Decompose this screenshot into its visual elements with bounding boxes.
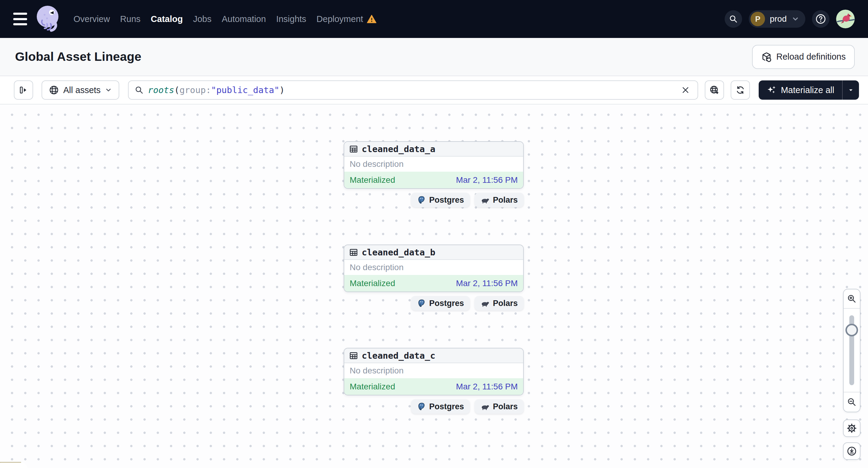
query-token: group <box>180 85 206 95</box>
kind-tag-label: Postgres <box>429 402 464 411</box>
hamburger-icon[interactable] <box>13 13 27 25</box>
clear-query-button[interactable] <box>679 84 691 96</box>
lineage-toolbar: All assets roots(group:"public_data") <box>0 76 868 104</box>
deployment-switcher[interactable]: P prod <box>749 10 805 28</box>
chevron-down-icon <box>792 15 799 23</box>
asset-node: cleaned_data_b No description Materializ… <box>344 245 524 311</box>
status-badge: Materialized <box>350 382 395 392</box>
nav-item-jobs[interactable]: Jobs <box>193 14 211 24</box>
zoom-widget <box>843 289 861 412</box>
query-token: ( <box>174 85 179 95</box>
query-token: : <box>206 85 211 95</box>
query-token: "public_data" <box>211 85 279 95</box>
deployment-avatar: P <box>750 12 765 26</box>
asset-node-header: cleaned_data_c <box>344 348 523 363</box>
table-icon <box>349 351 358 360</box>
asset-node-card[interactable]: cleaned_data_c No description Materializ… <box>344 348 524 396</box>
asset-node-card[interactable]: cleaned_data_b No description Materializ… <box>344 245 524 292</box>
materialize-all-button[interactable]: Materialize all <box>759 81 842 100</box>
caret-down-icon <box>847 87 854 93</box>
polars-icon <box>481 196 490 204</box>
open-sidebar-button[interactable] <box>14 81 33 100</box>
asset-description: No description <box>344 363 523 378</box>
minimap[interactable] <box>0 462 21 468</box>
zoom-in-icon <box>847 294 857 304</box>
kind-tag[interactable]: Polars <box>475 296 524 311</box>
materialize-all-split-button: Materialize all <box>759 81 859 100</box>
materialization-timestamp[interactable]: Mar 2, 11:56 PM <box>456 175 518 185</box>
status-badge: Materialized <box>350 175 395 185</box>
materialization-timestamp[interactable]: Mar 2, 11:56 PM <box>456 382 518 392</box>
lineage-graph-canvas[interactable]: cleaned_data_a No description Materializ… <box>0 104 868 468</box>
view-full-graph-button[interactable] <box>705 81 724 100</box>
nav-item-overview[interactable]: Overview <box>73 14 110 24</box>
table-icon <box>349 248 358 257</box>
graph-settings-button[interactable] <box>843 419 861 437</box>
asset-scope-dropdown[interactable]: All assets <box>41 81 119 100</box>
asset-description: No description <box>344 157 523 171</box>
nav-item-catalog[interactable]: Catalog <box>151 14 183 24</box>
globe-add-icon <box>709 85 719 95</box>
asset-tags-row: Postgres Polars <box>344 296 524 311</box>
minimap-viewport <box>0 463 28 468</box>
help-icon <box>815 13 827 25</box>
asset-description: No description <box>344 260 523 275</box>
nav-item-automation[interactable]: Automation <box>222 14 266 24</box>
search-icon <box>729 14 738 24</box>
search-icon <box>135 86 144 95</box>
postgres-icon <box>417 402 426 411</box>
kind-tag-label: Postgres <box>429 195 464 205</box>
nav-item-deployment[interactable]: Deployment <box>316 14 376 24</box>
kind-tag-label: Postgres <box>429 299 464 308</box>
kind-tag[interactable]: Postgres <box>411 193 470 207</box>
zoom-controls <box>843 289 861 460</box>
nav-item-runs[interactable]: Runs <box>120 14 141 24</box>
refresh-icon <box>736 85 745 95</box>
query-token: roots <box>148 85 174 95</box>
polars-icon <box>481 402 490 411</box>
asset-node: cleaned_data_c No description Materializ… <box>344 348 524 414</box>
panel-toggle-icon <box>19 85 28 95</box>
query-token: ) <box>279 85 285 95</box>
zoom-slider-handle[interactable] <box>845 324 858 336</box>
postgres-icon <box>417 299 426 308</box>
kind-tag[interactable]: Postgres <box>411 296 470 311</box>
kind-tag[interactable]: Postgres <box>411 399 470 414</box>
asset-selection-input[interactable]: roots(group:"public_data") <box>128 81 698 100</box>
asset-node-card[interactable]: cleaned_data_a No description Materializ… <box>344 141 524 189</box>
dagster-logo-icon[interactable] <box>35 4 61 33</box>
asset-node-header: cleaned_data_b <box>344 245 523 260</box>
page-header: Global Asset Lineage Reload definitions <box>0 38 868 76</box>
materialize-options-button[interactable] <box>842 81 859 100</box>
help-button[interactable] <box>812 10 830 28</box>
materialization-timestamp[interactable]: Mar 2, 11:56 PM <box>456 279 518 288</box>
asset-name: cleaned_data_a <box>362 144 435 154</box>
asset-node-header: cleaned_data_a <box>344 142 523 157</box>
user-avatar[interactable] <box>836 10 855 28</box>
kind-tag[interactable]: Polars <box>475 193 524 207</box>
asset-name: cleaned_data_b <box>362 247 435 257</box>
reload-definitions-button[interactable]: Reload definitions <box>752 45 855 69</box>
nav-item-insights[interactable]: Insights <box>276 14 306 24</box>
refresh-button[interactable] <box>731 81 750 100</box>
table-icon <box>349 145 358 154</box>
zoom-in-button[interactable] <box>844 289 860 308</box>
asset-status-bar: Materialized Mar 2, 11:56 PM <box>344 171 523 188</box>
globe-icon <box>49 85 59 95</box>
asset-status-bar: Materialized Mar 2, 11:56 PM <box>344 378 523 395</box>
asset-scope-label: All assets <box>63 85 101 95</box>
polars-icon <box>481 299 490 308</box>
asset-name: cleaned_data_c <box>362 350 435 361</box>
page-title: Global Asset Lineage <box>15 50 141 64</box>
chevron-down-icon <box>105 87 112 94</box>
zoom-slider[interactable] <box>844 308 860 393</box>
kind-tag[interactable]: Polars <box>475 399 524 414</box>
asset-tags-row: Postgres Polars <box>344 399 524 414</box>
kind-tag-label: Polars <box>493 402 518 411</box>
primary-nav: Overview Runs Catalog Jobs Automation In… <box>73 14 376 24</box>
zoom-out-button[interactable] <box>844 393 860 412</box>
asset-selection-query[interactable]: roots(group:"public_data") <box>148 85 675 95</box>
download-graph-button[interactable] <box>843 442 861 460</box>
download-icon <box>847 446 857 456</box>
global-search-button[interactable] <box>725 10 742 28</box>
